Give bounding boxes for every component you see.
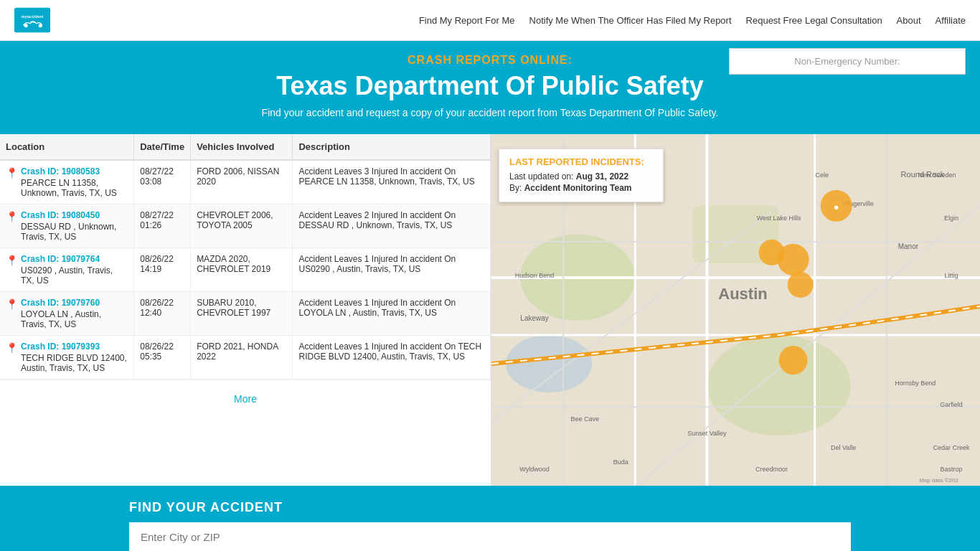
main-layout: Location Date/Time Vehicles Involved Des… [0, 134, 980, 486]
location-cell: 📍 Crash ID: 19079764 US0290 , Austin, Tr… [0, 248, 134, 292]
svg-point-4 [39, 24, 42, 27]
non-emergency-box: Non-Emergency Number: [729, 48, 966, 75]
description-cell: Accident Leaves 1 Injured In accident On… [293, 292, 491, 336]
svg-text:Del Valle: Del Valle [831, 444, 856, 451]
location-pin-icon: 📍 [6, 211, 18, 222]
svg-text:Buda: Buda [613, 458, 628, 466]
col-datetime: Date/Time [134, 134, 191, 160]
svg-text:Garfield: Garfield [940, 401, 963, 408]
incidents-table-section: Location Date/Time Vehicles Involved Des… [0, 134, 491, 486]
description-cell: Accident Leaves 3 Injured In accident On… [293, 160, 491, 204]
nav-item-find-report[interactable]: Find My Report For Me [419, 15, 515, 26]
location-pin-icon: 📍 [6, 167, 18, 179]
nav-item-about[interactable]: About [897, 15, 921, 26]
nav-item-legal[interactable]: Request Free Legal Consultation [746, 15, 882, 26]
vehicles-cell: SUBARU 2010, CHEVROLET 1997 [191, 292, 293, 336]
vehicles-cell: FORD 2006, NISSAN 2020 [191, 160, 293, 204]
map-popup-updated: Last updated on: Aug 31, 2022 [509, 171, 653, 182]
map-section: Austin Round Rock Manor Lakeway Hudson B… [491, 134, 980, 486]
location-cell: 📍 Crash ID: 19079393 TECH RIDGE BLVD 124… [0, 336, 134, 380]
vehicles-cell: CHEVROLET 2006, TOYOTA 2005 [191, 204, 293, 248]
svg-text:Elgin: Elgin [944, 215, 958, 222]
datetime-cell: 08/26/22 14:19 [134, 248, 191, 292]
find-input[interactable] [129, 522, 851, 551]
hero-title: Texas Department Of Public Safety [14, 71, 966, 101]
location-pin-icon: 📍 [6, 255, 18, 266]
logo[interactable]: myaccident .org [14, 6, 50, 34]
svg-text:●: ● [834, 202, 839, 212]
location-pin-icon: 📍 [6, 298, 18, 310]
location-cell: 📍 Crash ID: 19080583 PEARCE LN 11358, Un… [0, 160, 134, 204]
svg-text:Littig: Littig [944, 272, 958, 279]
col-location: Location [0, 134, 134, 160]
svg-text:myaccident: myaccident [22, 14, 44, 19]
table-row: 📍 Crash ID: 19079393 TECH RIDGE BLVD 124… [0, 336, 491, 380]
location-pin-icon: 📍 [6, 342, 18, 354]
svg-text:Map data ©202: Map data ©202 [919, 477, 958, 484]
more-link-row: More [0, 380, 491, 418]
crash-id-link[interactable]: Crash ID: 19080583 [21, 166, 128, 176]
datetime-cell: 08/26/22 05:35 [134, 336, 191, 380]
svg-text:Hudson Bend: Hudson Bend [515, 272, 555, 279]
map-popup-by: By: Accident Monitoring Team [509, 183, 653, 193]
table-header: Location Date/Time Vehicles Involved Des… [0, 134, 491, 160]
table-row: 📍 Crash ID: 19079760 LOYOLA LN , Austin,… [0, 292, 491, 336]
location-text: TECH RIDGE BLVD 12400, Austin, Travis, T… [21, 353, 127, 373]
location-cell: 📍 Crash ID: 19079760 LOYOLA LN , Austin,… [0, 292, 134, 336]
svg-point-46 [788, 272, 814, 298]
svg-text:Cele: Cele [815, 171, 829, 179]
non-emergency-label: Non-Emergency Number: [794, 56, 900, 67]
find-title: FIND YOUR ACCIDENT [129, 500, 851, 515]
crash-id-link[interactable]: Crash ID: 19079393 [21, 342, 128, 352]
description-cell: Accident Leaves 2 Injured In accident On… [293, 204, 491, 248]
vehicles-cell: MAZDA 2020, CHEVROLET 2019 [191, 248, 293, 292]
crash-id-link[interactable]: Crash ID: 19079764 [21, 254, 128, 264]
table-body: 📍 Crash ID: 19080583 PEARCE LN 11358, Un… [0, 160, 491, 380]
description-cell: Accident Leaves 1 Injured In accident On… [293, 248, 491, 292]
col-description: Description [293, 134, 491, 160]
datetime-cell: 08/26/22 12:40 [134, 292, 191, 336]
vehicles-cell: FORD 2021, HONDA 2022 [191, 336, 293, 380]
map-popup: LAST REPORTED INCIDENTS: Last updated on… [499, 149, 664, 202]
svg-text:New Sweden: New Sweden [918, 171, 956, 179]
crash-id-link[interactable]: Crash ID: 19079760 [21, 298, 128, 308]
map-popup-title: LAST REPORTED INCIDENTS: [509, 156, 653, 167]
crash-id-link[interactable]: Crash ID: 19080450 [21, 210, 128, 220]
svg-point-7 [707, 335, 850, 435]
location-text: DESSAU RD , Unknown, Travis, TX, US [21, 222, 116, 242]
svg-point-47 [779, 346, 808, 375]
location-text: US0290 , Austin, Travis, TX, US [21, 265, 113, 286]
table-row: 📍 Crash ID: 19080450 DESSAU RD , Unknown… [0, 204, 491, 248]
svg-text:Austin: Austin [718, 285, 767, 303]
hero-section: CRASH REPORTS ONLINE: Texas Department O… [0, 41, 980, 134]
svg-text:Cedar Creek: Cedar Creek [933, 444, 970, 451]
svg-text:Bee Cave: Bee Cave [570, 415, 599, 423]
location-text: LOYOLA LN , Austin, Travis, TX, US [21, 309, 101, 329]
location-text: PEARCE LN 11358, Unknown, Travis, TX, US [21, 178, 117, 198]
svg-text:Bastrop: Bastrop [940, 466, 962, 473]
col-vehicles: Vehicles Involved [191, 134, 293, 160]
table-row: 📍 Crash ID: 19080583 PEARCE LN 11358, Un… [0, 160, 491, 204]
svg-text:Creedmoor: Creedmoor [755, 466, 788, 473]
datetime-cell: 08/27/22 01:26 [134, 204, 191, 248]
svg-text:Sunset Valley: Sunset Valley [687, 430, 727, 437]
svg-text:Hornsby Bend: Hornsby Bend [895, 380, 936, 387]
svg-text:West Lake Hills: West Lake Hills [757, 215, 801, 222]
svg-point-45 [778, 244, 809, 276]
location-cell: 📍 Crash ID: 19080450 DESSAU RD , Unknown… [0, 204, 134, 248]
nav-links: Find My Report For Me Notify Me When The… [419, 15, 966, 26]
navbar: myaccident .org Find My Report For Me No… [0, 0, 980, 41]
find-section: FIND YOUR ACCIDENT [0, 486, 980, 551]
svg-text:Manor: Manor [898, 242, 919, 250]
nav-item-affiliate[interactable]: Affiliate [936, 15, 966, 26]
svg-text:Wyldwood: Wyldwood [519, 466, 549, 473]
incident-table: Location Date/Time Vehicles Involved Des… [0, 134, 491, 380]
svg-point-9 [506, 335, 592, 392]
description-cell: Accident Leaves 1 Injured In accident On… [293, 336, 491, 380]
hero-description: Find your accident and request a copy of… [14, 107, 966, 118]
nav-item-notify[interactable]: Notify Me When The Officer Has Filed My … [529, 15, 732, 26]
more-link[interactable]: More [234, 393, 257, 405]
logo-icon: myaccident .org [14, 6, 50, 34]
svg-point-3 [24, 24, 28, 27]
svg-text:Lakeway: Lakeway [520, 314, 548, 322]
